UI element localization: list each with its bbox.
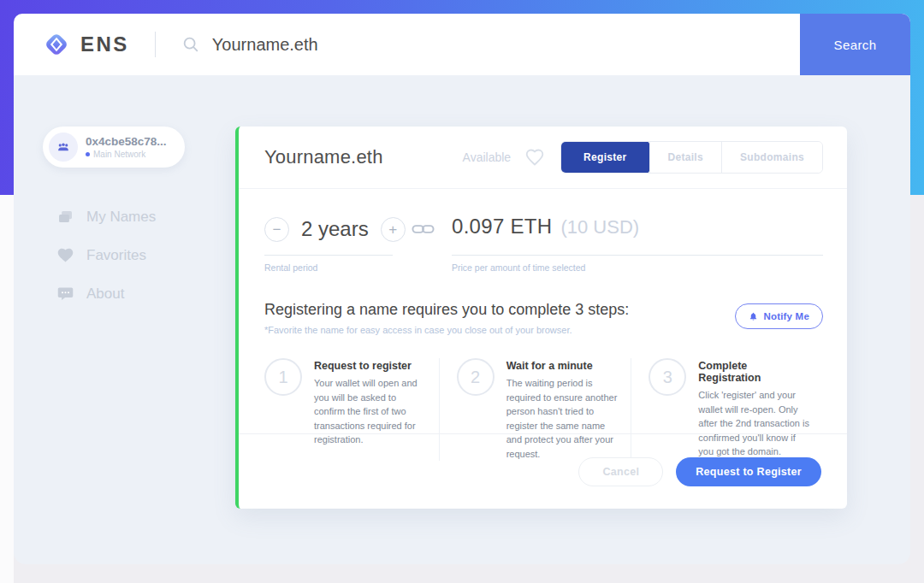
- price-line: 0.097 ETH (10 USD): [452, 215, 823, 244]
- price-field: 0.097 ETH (10 USD) Price per amount of t…: [452, 215, 823, 273]
- favorite-heart-icon[interactable]: [524, 147, 545, 168]
- price-eth: 0.097 ETH: [452, 215, 552, 238]
- price-underline: [452, 255, 823, 256]
- rental-period-label: Rental period: [264, 262, 393, 273]
- brand-name: ENS: [80, 32, 129, 56]
- left-margin: [0, 195, 14, 583]
- header-divider: [155, 32, 156, 57]
- network-name: Main Network: [93, 150, 145, 159]
- sidebar-item-my-names[interactable]: My Names: [56, 197, 156, 236]
- sidebar-item-label: My Names: [86, 209, 156, 226]
- price-usd: (10 USD): [560, 216, 639, 238]
- steps-note: *Favorite the name for easy access in ca…: [264, 325, 629, 335]
- accounts-icon: [56, 139, 71, 155]
- network-dot-icon: [86, 152, 90, 156]
- search-icon: [181, 35, 200, 54]
- tab-group: Register Details Subdomains: [560, 141, 823, 174]
- tab-details[interactable]: Details: [649, 142, 721, 173]
- domain-card: Yourname.eth Available Register Details …: [235, 127, 847, 509]
- tab-subdomains[interactable]: Subdomains: [721, 142, 822, 173]
- step-2-number: 2: [457, 358, 495, 396]
- steps-heading-block: Registering a name requires you to compl…: [264, 301, 629, 335]
- brand: ENS: [43, 31, 129, 58]
- link-icon: [412, 222, 435, 239]
- step-title: Request to register: [314, 360, 425, 372]
- card-footer: Cancel Request to Register: [239, 433, 847, 509]
- card-body: − 2 years + Rental period: [239, 189, 847, 461]
- wallet-address: 0x4cbe58c78...: [86, 135, 167, 148]
- wallet-info: 0x4cbe58c78... Main Network: [86, 135, 167, 159]
- decrease-years-button[interactable]: −: [264, 217, 289, 242]
- header-bar: ENS Search: [14, 14, 910, 75]
- rental-period-value: 2 years: [301, 217, 369, 241]
- cancel-button[interactable]: Cancel: [578, 457, 663, 486]
- availability-status: Available: [463, 150, 512, 164]
- wallet-pill[interactable]: 0x4cbe58c78... Main Network: [43, 127, 185, 168]
- increase-years-button[interactable]: +: [381, 217, 406, 242]
- pricing-row: − 2 years + Rental period: [264, 215, 823, 273]
- step-1-number: 1: [264, 358, 302, 396]
- card-header-right: Available Register Details Subdomains: [463, 141, 823, 174]
- names-icon: [56, 208, 75, 227]
- sidebar-item-favorites[interactable]: Favorites: [56, 236, 156, 274]
- ens-logo-icon: [43, 31, 70, 58]
- price-label: Price per amount of time selected: [452, 262, 823, 273]
- sidebar-item-about[interactable]: About: [56, 274, 156, 313]
- sidebar-item-label: Favorites: [86, 247, 146, 264]
- chat-icon: [56, 285, 75, 303]
- tab-register[interactable]: Register: [560, 141, 649, 174]
- network-row: Main Network: [86, 150, 167, 159]
- rental-period-field: − 2 years + Rental period: [264, 215, 393, 273]
- steps-heading-row: Registering a name requires you to compl…: [264, 301, 823, 335]
- notify-me-button[interactable]: Notify Me: [735, 303, 823, 329]
- search-button[interactable]: Search: [800, 14, 910, 75]
- steps-heading: Registering a name requires you to compl…: [264, 301, 629, 319]
- sidebar-nav: My Names Favorites: [56, 197, 156, 313]
- rental-stepper: − 2 years +: [264, 215, 393, 244]
- bell-icon: [749, 311, 758, 321]
- step-title: Wait for a minute: [506, 360, 618, 372]
- card-header: Yourname.eth Available Register Details …: [239, 127, 847, 189]
- avatar: [49, 132, 78, 162]
- heart-icon: [56, 246, 75, 265]
- request-to-register-button[interactable]: Request to Register: [676, 457, 821, 486]
- step-title: Complete Registration: [698, 360, 809, 384]
- step-3-number: 3: [649, 358, 686, 396]
- main-panel: 0x4cbe58c78... Main Network My Names: [14, 75, 910, 564]
- ens-app: ENS Search 0x4cbe58c78...: [0, 0, 924, 583]
- domain-name: Yourname.eth: [264, 146, 383, 168]
- sidebar-item-label: About: [86, 286, 124, 303]
- rental-underline: [264, 255, 393, 256]
- notify-me-label: Notify Me: [763, 311, 809, 321]
